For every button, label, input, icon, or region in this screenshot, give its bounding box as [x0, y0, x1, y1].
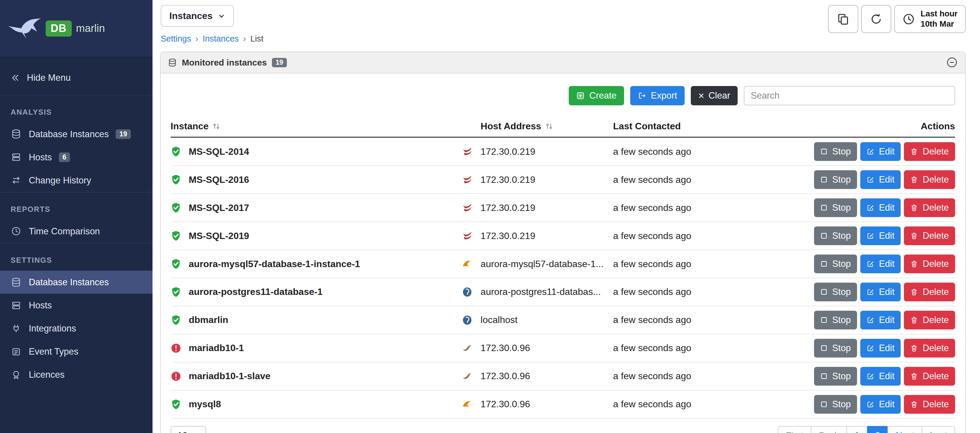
sidebar-item-licences[interactable]: Licences — [0, 363, 153, 386]
create-button[interactable]: Create — [569, 86, 624, 105]
column-header-host[interactable]: Host Address — [480, 115, 613, 137]
edit-button[interactable]: Edit — [860, 367, 901, 385]
delete-button[interactable]: Delete — [904, 339, 955, 357]
stop-button[interactable]: Stop — [814, 367, 857, 385]
edit-label: Edit — [879, 343, 894, 354]
sidebar-item-database-instances[interactable]: Database Instances 19 — [0, 122, 153, 146]
edit-button[interactable]: Edit — [860, 227, 901, 245]
hide-menu-label: Hide Menu — [27, 73, 71, 83]
delete-button[interactable]: Delete — [904, 170, 955, 189]
edit-button[interactable]: Edit — [860, 142, 901, 161]
table-row[interactable]: aurora-mysql57-database-1-instance-1 aur… — [171, 250, 955, 278]
edit-button[interactable]: Edit — [860, 311, 901, 330]
instance-name[interactable]: mariadb10-1 — [189, 343, 244, 354]
page-dropdown[interactable]: Instances — [161, 5, 234, 27]
delete-button[interactable]: Delete — [904, 367, 955, 385]
edit-button[interactable]: Edit — [860, 255, 901, 273]
topbar: Instances Settings › Instances › List — [153, 0, 980, 44]
instance-name[interactable]: dbmarlin — [189, 314, 228, 325]
mariadb-icon — [462, 371, 480, 382]
sidebar-item-change-history[interactable]: Change History — [0, 169, 153, 192]
table-row[interactable]: MS-SQL-2019 172.30.0.219 a few seconds a… — [171, 222, 955, 250]
page-size-select[interactable]: 10 — [171, 426, 206, 433]
collapse-panel-icon[interactable] — [947, 57, 958, 68]
refresh-button[interactable] — [861, 5, 891, 33]
time-range-button[interactable]: Last hour 10th Mar — [894, 5, 966, 33]
stop-icon — [820, 344, 828, 352]
stop-button[interactable]: Stop — [814, 395, 857, 414]
table-row[interactable]: MS-SQL-2017 172.30.0.219 a few seconds a… — [171, 194, 955, 222]
sidebar-section-settings: SETTINGS Database Instances Hosts Integr… — [0, 243, 153, 386]
table-row[interactable]: dbmarlin localhost a few seconds ago Sto… — [171, 306, 955, 334]
section-label: REPORTS — [0, 192, 153, 220]
stop-button[interactable]: Stop — [814, 255, 857, 273]
table-row[interactable]: aurora-postgres11-database-1 aurora-post… — [171, 278, 955, 306]
clear-button[interactable]: × Clear — [691, 86, 738, 105]
column-header-actions: Actions — [819, 115, 955, 137]
sidebar-item-hosts[interactable]: Hosts 6 — [0, 146, 153, 169]
delete-button[interactable]: Delete — [904, 311, 955, 330]
sidebar-item-settings-database-instances[interactable]: Database Instances — [0, 271, 153, 294]
instance-name[interactable]: MS-SQL-2019 — [189, 230, 249, 241]
sidebar-item-time-comparison[interactable]: Time Comparison — [0, 220, 153, 243]
table-row[interactable]: mariadb10-1 172.30.0.96 a few seconds ag… — [171, 334, 955, 362]
plug-icon — [11, 324, 22, 333]
delete-button[interactable]: Delete — [904, 198, 955, 217]
page-button-last[interactable]: Last — [922, 426, 955, 433]
page-button-first[interactable]: First — [778, 426, 811, 433]
instance-name[interactable]: MS-SQL-2014 — [189, 146, 249, 157]
page-button-next[interactable]: Next — [888, 426, 922, 433]
stop-button[interactable]: Stop — [814, 170, 857, 189]
page-button-2[interactable]: 2 — [867, 426, 888, 433]
sidebar-item-event-types[interactable]: Event Types — [0, 340, 153, 363]
stop-button[interactable]: Stop — [814, 227, 857, 245]
edit-button[interactable]: Edit — [860, 198, 901, 217]
breadcrumb-instances-link[interactable]: Instances — [202, 34, 239, 44]
delete-button[interactable]: Delete — [904, 395, 955, 414]
page-button-back[interactable]: Back — [811, 426, 847, 433]
edit-button[interactable]: Edit — [860, 339, 901, 357]
nav-label: Integrations — [29, 323, 76, 334]
breadcrumb-settings-link[interactable]: Settings — [161, 34, 191, 44]
search-input[interactable] — [744, 86, 955, 105]
page-button-1[interactable]: 1 — [846, 426, 868, 433]
stop-icon — [820, 401, 828, 408]
table-row[interactable]: mariadb10-1-slave 172.30.0.96 a few seco… — [171, 362, 955, 390]
status-ok-icon — [171, 174, 181, 185]
stop-button[interactable]: Stop — [814, 198, 857, 217]
column-header-instance[interactable]: Instance — [171, 115, 462, 137]
instance-name[interactable]: aurora-mysql57-database-1-instance-1 — [189, 259, 360, 270]
nav-label: Database Instances — [29, 277, 109, 288]
delete-button[interactable]: Delete — [904, 282, 955, 301]
edit-button[interactable]: Edit — [860, 170, 901, 189]
instance-name[interactable]: MS-SQL-2016 — [189, 174, 249, 185]
instance-name[interactable]: mysql8 — [189, 399, 221, 409]
edit-button[interactable]: Edit — [860, 282, 901, 301]
instance-name[interactable]: aurora-postgres11-database-1 — [189, 286, 323, 297]
stop-button[interactable]: Stop — [814, 142, 857, 161]
edit-icon — [866, 316, 875, 324]
status-ok-icon — [171, 230, 181, 241]
export-button[interactable]: Export — [630, 86, 685, 105]
sidebar-item-settings-hosts[interactable]: Hosts — [0, 294, 153, 317]
trash-icon — [910, 148, 918, 155]
hide-menu-button[interactable]: Hide Menu — [0, 66, 153, 95]
instance-name[interactable]: MS-SQL-2017 — [189, 203, 249, 213]
trash-icon — [910, 176, 918, 184]
delete-button[interactable]: Delete — [904, 142, 955, 161]
sqlserver-icon — [462, 146, 480, 157]
edit-button[interactable]: Edit — [860, 395, 901, 414]
logo[interactable]: DB marlin — [0, 0, 153, 57]
stop-button[interactable]: Stop — [814, 339, 857, 357]
delete-button[interactable]: Delete — [904, 227, 955, 245]
copy-button[interactable] — [828, 5, 858, 33]
delete-label: Delete — [923, 174, 949, 185]
instance-name[interactable]: mariadb10-1-slave — [189, 371, 270, 382]
sidebar-item-integrations[interactable]: Integrations — [0, 317, 153, 340]
table-row[interactable]: MS-SQL-2016 172.30.0.219 a few seconds a… — [171, 166, 955, 194]
stop-button[interactable]: Stop — [814, 282, 857, 301]
delete-button[interactable]: Delete — [904, 255, 955, 273]
stop-button[interactable]: Stop — [814, 311, 857, 330]
table-row[interactable]: mysql8 172.30.0.96 a few seconds ago Sto… — [171, 390, 955, 419]
table-row[interactable]: MS-SQL-2014 172.30.0.219 a few seconds a… — [171, 137, 955, 166]
